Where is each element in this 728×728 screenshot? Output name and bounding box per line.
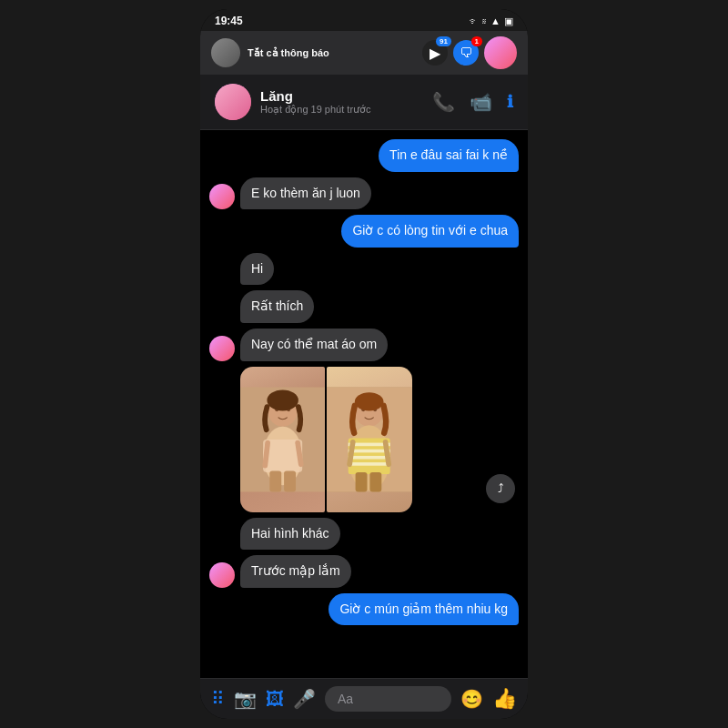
sender-avatar bbox=[209, 562, 235, 588]
message-row: Rất thích bbox=[209, 290, 519, 323]
message-text: Rất thích bbox=[251, 298, 303, 313]
message-row: Giờ c có lòng tin với e chua bbox=[209, 215, 519, 248]
status-icons: ᯤ ≋ ▲ ▣ bbox=[469, 15, 513, 27]
message-bubble: Trước mập lắm bbox=[240, 555, 351, 588]
svg-rect-6 bbox=[269, 470, 281, 491]
status-time: 19:45 bbox=[215, 15, 243, 27]
svg-rect-19 bbox=[349, 462, 390, 466]
image-message-container: ⤴ bbox=[240, 367, 479, 512]
image-bubble bbox=[240, 367, 412, 512]
message-bubble: Tin e đâu sai fai k nề bbox=[379, 139, 519, 172]
photo-2[interactable] bbox=[327, 367, 411, 512]
profile-avatar[interactable] bbox=[484, 36, 517, 69]
message-row: Trước mập lắm bbox=[209, 555, 519, 588]
notification-avatar bbox=[211, 38, 240, 67]
chat-header: Lăng Hoạt động 19 phút trước 📞 📹 ℹ bbox=[200, 75, 528, 130]
svg-rect-22 bbox=[356, 471, 368, 491]
notification-title: Tắt cả thông báo bbox=[248, 47, 415, 59]
gallery-icon[interactable]: 🖼 bbox=[266, 689, 284, 710]
messenger-badge: 1 bbox=[471, 36, 482, 46]
message-input-container[interactable]: Aa bbox=[325, 686, 451, 712]
input-bar: ⠿ 📷 🖼 🎤 Aa 😊 👍 bbox=[200, 678, 528, 719]
svg-line-5 bbox=[298, 442, 301, 464]
share-button[interactable]: ⤴ bbox=[486, 474, 515, 503]
notification-text: Tắt cả thông báo bbox=[248, 47, 415, 59]
message-text: Trước mập lắm bbox=[251, 563, 340, 578]
message-row: Nay có thể mat áo om bbox=[209, 329, 519, 361]
message-row: ⤴ bbox=[209, 367, 519, 512]
svg-rect-17 bbox=[349, 449, 390, 452]
svg-line-4 bbox=[265, 442, 268, 465]
svg-line-20 bbox=[349, 441, 353, 463]
status-bar: 19:45 ᯤ ≋ ▲ ▣ bbox=[200, 9, 528, 31]
signal-icon: ᯤ ≋ bbox=[469, 15, 487, 26]
sender-avatar bbox=[209, 184, 235, 209]
camera-icon[interactable]: 📷 bbox=[234, 688, 257, 710]
message-bubble: Hai hình khác bbox=[240, 518, 340, 551]
notification-banner: Tắt cả thông báo ▶ 91 🗨 1 bbox=[200, 31, 528, 75]
svg-point-26 bbox=[355, 392, 384, 410]
video-call-button[interactable]: 📹 bbox=[470, 91, 492, 113]
message-text: Nay có thể mat áo om bbox=[251, 337, 377, 351]
message-bubble: Nay có thể mat áo om bbox=[240, 329, 388, 361]
message-row: Hi bbox=[209, 253, 519, 286]
svg-line-21 bbox=[386, 441, 389, 463]
message-row: Giờ c mún giảm thêm nhiu kg bbox=[209, 593, 519, 626]
svg-rect-23 bbox=[370, 471, 382, 491]
message-bubble: Giờ c mún giảm thêm nhiu kg bbox=[329, 593, 519, 626]
chat-user-info: Lăng Hoạt động 19 phút trước bbox=[260, 88, 423, 116]
info-button[interactable]: ℹ bbox=[507, 92, 513, 112]
message-text: Hi bbox=[251, 261, 263, 276]
svg-rect-7 bbox=[284, 470, 296, 491]
sender-avatar bbox=[209, 336, 235, 361]
messenger-button[interactable]: 🗨 1 bbox=[453, 40, 479, 66]
microphone-icon[interactable]: 🎤 bbox=[293, 688, 316, 710]
notification-badges: ▶ 91 🗨 1 bbox=[422, 36, 517, 69]
grid-icon[interactable]: ⠿ bbox=[211, 688, 225, 710]
call-button[interactable]: 📞 bbox=[432, 91, 455, 113]
battery-icon: ▣ bbox=[504, 15, 513, 27]
play-badge: 91 bbox=[436, 36, 451, 46]
phone-frame: 19:45 ᯤ ≋ ▲ ▣ Tắt cả thông báo ▶ 91 🗨 1 bbox=[200, 9, 528, 719]
svg-point-10 bbox=[267, 389, 298, 410]
emoji-icon[interactable]: 😊 bbox=[460, 688, 483, 710]
chat-actions: 📞 📹 ℹ bbox=[432, 91, 513, 113]
chat-username: Lăng bbox=[260, 88, 423, 104]
message-row: Hai hình khác bbox=[209, 518, 519, 551]
message-input-placeholder[interactable]: Aa bbox=[338, 692, 353, 706]
message-bubble: Hi bbox=[240, 253, 274, 286]
message-bubble: Giờ c có lòng tin với e chua bbox=[341, 215, 519, 248]
message-text: Tin e đâu sai fai k nề bbox=[389, 147, 508, 162]
message-bubble: Rất thích bbox=[240, 290, 314, 323]
message-bubble: E ko thèm ăn j luon bbox=[240, 177, 371, 210]
message-text: Hai hình khác bbox=[251, 526, 329, 541]
message-row: Tin e đâu sai fai k nề bbox=[209, 139, 519, 172]
message-text: Giờ c có lòng tin với e chua bbox=[352, 223, 508, 238]
chat-status: Hoạt động 19 phút trước bbox=[260, 104, 423, 116]
message-row: E ko thèm ăn j luon bbox=[209, 177, 519, 210]
play-button[interactable]: ▶ 91 bbox=[422, 40, 448, 66]
message-text: E ko thèm ăn j luon bbox=[251, 186, 360, 200]
message-text: Giờ c mún giảm thêm nhiu kg bbox=[339, 602, 508, 616]
svg-rect-18 bbox=[349, 456, 390, 460]
messages-area: Tin e đâu sai fai k nề E ko thèm ăn j lu… bbox=[200, 130, 528, 678]
wifi-icon: ▲ bbox=[490, 15, 500, 26]
chat-contact-avatar[interactable] bbox=[215, 84, 251, 120]
like-button[interactable]: 👍 bbox=[492, 687, 517, 711]
photo-1[interactable] bbox=[240, 367, 325, 512]
